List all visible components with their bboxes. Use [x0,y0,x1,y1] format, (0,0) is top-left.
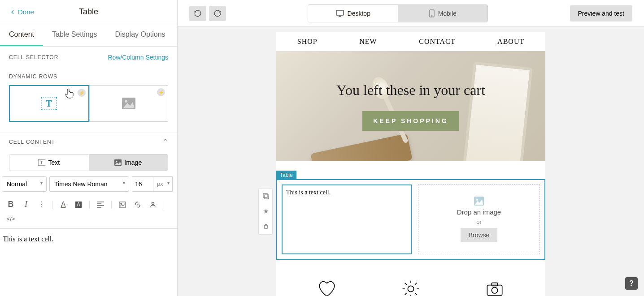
table-block[interactable]: Table This is a text cell. Drop an image… [276,179,545,260]
mobile-icon [429,9,435,17]
desktop-icon [336,10,344,17]
hero-background [276,51,545,161]
table-text-cell[interactable]: This is a text cell. [282,184,412,254]
or-label: or [476,219,482,225]
text-block-icon: T [41,97,57,110]
svg-line-33 [405,283,407,285]
svg-point-2 [56,97,57,98]
font-select[interactable]: Times New Roman [49,176,129,192]
nav-shop[interactable]: SHOP [297,38,318,46]
email-preview: SHOP NEW CONTACT ABOUT You left these in… [276,32,545,296]
insert-image-button[interactable] [118,202,127,208]
email-nav: SHOP NEW CONTACT ABOUT [276,32,545,51]
more-format-button[interactable]: ⋮ [37,200,46,209]
dynamic-row-image-cell[interactable]: ⚡ [89,85,169,122]
svg-point-38 [492,287,497,293]
sidebar-tabs: Content Table Settings Display Options [0,24,177,47]
arrow-left-icon [9,9,16,16]
duplicate-block-button[interactable] [259,189,273,204]
link-button[interactable] [133,201,142,208]
sidebar-header: Done Table [0,0,177,24]
content-type-image[interactable]: Image [89,154,168,171]
svg-point-1 [41,97,42,98]
svg-point-11 [116,161,117,163]
hero-block[interactable]: You left these in your cart KEEP SHOPPIN… [276,51,545,161]
trash-icon [263,223,269,230]
desktop-view-button[interactable]: Desktop [308,5,398,22]
highlight-button[interactable]: A [74,202,83,208]
svg-line-34 [415,283,417,285]
topbar: Desktop Mobile Preview and test [178,0,644,27]
tab-display-options[interactable]: Display Options [106,24,174,46]
svg-point-4 [56,109,57,110]
undo-button[interactable] [189,6,206,21]
svg-point-28 [408,286,413,292]
done-button[interactable]: Done [9,8,34,16]
dynamic-rows-label: DYNAMIC ROWS [9,73,57,80]
help-button[interactable]: ? [625,277,638,290]
dynamic-row-text-cell[interactable]: T ⚡ [9,85,89,122]
nav-new[interactable]: NEW [359,38,377,46]
cell-content-header[interactable]: CELL CONTENT ⌃ [0,133,177,150]
canvas-area: SHOP NEW CONTACT ABOUT You left these in… [178,27,644,296]
delete-block-button[interactable] [259,219,273,234]
tab-table-settings[interactable]: Table Settings [43,24,106,46]
heart-icon [316,278,338,296]
merge-tag-button[interactable] [148,201,157,208]
image-block-icon [122,98,135,109]
nav-about[interactable]: ABOUT [497,38,524,46]
editor-sidebar: Done Table Content Table Settings Displa… [0,0,178,296]
star-icon [263,208,269,214]
italic-button[interactable]: I [22,200,30,209]
preview-test-button[interactable]: Preview and test [570,5,633,21]
font-unit-select[interactable]: px [153,176,173,192]
svg-text:T: T [46,99,52,108]
table-block-label: Table [276,171,296,180]
done-label: Done [18,8,34,16]
camera-icon [483,278,506,296]
svg-rect-24 [263,193,267,197]
block-tool-rail [258,188,273,235]
align-button[interactable] [96,202,105,208]
lightbulb-icon [400,278,422,296]
svg-text:T: T [40,160,43,165]
undo-icon [194,9,202,17]
favorite-block-button[interactable] [259,204,273,219]
svg-rect-37 [487,285,502,296]
content-type-toggle: T Text Image [9,154,168,171]
tab-content[interactable]: Content [0,24,43,46]
content-type-image-label: Image [124,159,142,166]
svg-point-7 [125,100,127,103]
row-column-settings-link[interactable]: Row/Column Settings [108,54,168,61]
redo-button[interactable] [209,6,226,21]
browse-button[interactable]: Browse [461,228,498,242]
dynamic-rows-section: DYNAMIC ROWS T ⚡ ⚡ [0,73,177,133]
code-button[interactable]: </> [6,215,15,222]
font-size-input[interactable] [132,176,153,192]
svg-line-35 [405,293,407,295]
table-image-cell[interactable]: Drop an image or Browse [418,184,540,254]
style-select[interactable]: Normal [2,176,47,192]
text-editor[interactable]: This is a text cell. [0,229,177,249]
text-color-button[interactable]: A [59,201,68,209]
drop-image-label: Drop an image [457,208,501,216]
content-type-text[interactable]: T Text [9,154,89,171]
rich-text-toolbar: B I ⋮ A A </> [0,196,177,229]
bold-button[interactable]: B [6,200,15,209]
svg-rect-19 [336,10,344,15]
separator [89,201,90,209]
mobile-view-button[interactable]: Mobile [398,5,487,22]
svg-point-17 [121,203,122,204]
nav-contact[interactable]: CONTACT [419,38,455,46]
viewport-toggle: Desktop Mobile [308,4,488,22]
redo-icon [213,9,222,17]
separator [52,201,52,209]
bolt-icon: ⚡ [157,88,165,96]
hero-cta-button[interactable]: KEEP SHOPPING [362,111,459,131]
cell-selector-section: CELL SELECTOR Row/Column Settings [0,47,177,73]
cell-selector-label: CELL SELECTOR [9,54,58,60]
image-icon [114,159,122,166]
separator [111,201,112,209]
text-icon: T [38,159,45,166]
chevron-up-icon: ⌃ [162,137,168,146]
